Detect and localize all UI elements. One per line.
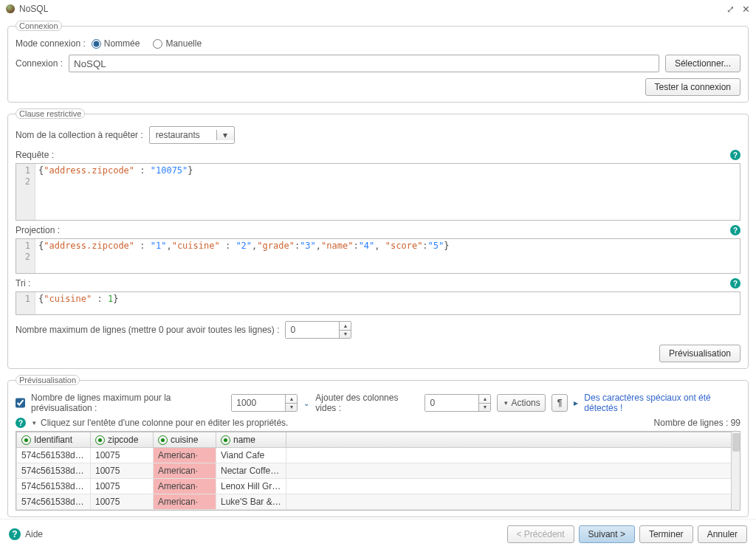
close-icon[interactable]: ✕ <box>742 4 750 14</box>
maximize-icon[interactable]: ⤢ <box>726 4 735 14</box>
connexion-input[interactable] <box>69 55 659 72</box>
app-icon <box>6 4 15 13</box>
preview-group: Prévisualisation Nombre de lignes maximu… <box>7 375 749 517</box>
mode-label: Mode connexion : <box>16 38 86 49</box>
column-header-empty[interactable] <box>286 432 740 448</box>
help-icon[interactable]: ? <box>730 150 740 160</box>
projection-label: Projection : <box>16 225 60 235</box>
radio-manual-input[interactable] <box>153 39 162 49</box>
special-chars-warning[interactable]: Des caractères spéciaux ont été détectés… <box>584 393 740 413</box>
empty-cols-label: Ajouter des colonnes vides : <box>315 393 419 413</box>
titlebar: NoSQL ⤢ ✕ <box>0 0 756 18</box>
column-header[interactable]: name <box>216 432 286 448</box>
wizard-footer: ? Aide < Précédent Suivant > Terminer An… <box>0 519 756 549</box>
previous-button: < Précédent <box>507 525 574 543</box>
spinner-down-icon[interactable]: ▼ <box>286 404 297 412</box>
clause-group: Clause restrictive Nom de la collection … <box>7 108 749 369</box>
empty-cols-spinner[interactable]: ▲▼ <box>425 394 491 412</box>
column-type-icon <box>95 435 105 445</box>
table-row[interactable]: 574c561538d34c... 10075 American· Luke'S… <box>17 494 740 510</box>
max-rows-label: Nombre maximum de lignes (mettre 0 pour … <box>16 325 279 335</box>
test-connection-button[interactable]: Tester la connexion <box>645 78 740 96</box>
column-type-icon <box>221 435 230 445</box>
window-title: NoSQL <box>19 4 48 14</box>
finish-button[interactable]: Terminer <box>639 525 693 543</box>
radio-manual[interactable]: Manuelle <box>153 38 202 49</box>
vertical-scrollbar[interactable] <box>731 432 740 510</box>
preview-button[interactable]: Prévisualisation <box>659 345 740 362</box>
table-row[interactable]: 574c561538d34c... 10075 American· Nectar… <box>17 463 740 479</box>
radio-named[interactable]: Nommée <box>92 38 140 49</box>
column-header[interactable]: zipcode <box>91 432 154 448</box>
connexion-legend: Connexion <box>16 21 62 31</box>
help-icon[interactable]: ? <box>730 278 740 289</box>
max-rows-input[interactable] <box>286 322 339 338</box>
clause-legend: Clause restrictive <box>16 108 85 119</box>
spinner-up-icon[interactable]: ▲ <box>286 395 297 404</box>
radio-named-input[interactable] <box>92 39 101 49</box>
connexion-label: Connexion : <box>16 58 63 69</box>
cancel-button[interactable]: Annuler <box>698 525 747 543</box>
max-preview-input[interactable] <box>232 395 285 411</box>
pilcrow-button[interactable]: ¶ <box>551 394 568 412</box>
help-link[interactable]: Aide <box>25 529 43 539</box>
sort-label: Tri : <box>16 278 30 289</box>
preview-legend: Prévisualisation <box>16 375 80 385</box>
next-button[interactable]: Suivant > <box>579 525 635 543</box>
expand-config-icon[interactable]: ⌄ <box>303 399 309 407</box>
empty-cols-input[interactable] <box>425 395 478 411</box>
column-hint: Cliquez sur l'entête d'une colonne pour … <box>41 418 288 428</box>
help-icon[interactable]: ? <box>730 225 740 235</box>
max-preview-checkbox[interactable] <box>16 398 25 408</box>
actions-dropdown[interactable]: ▾Actions <box>497 394 545 412</box>
table-row[interactable]: 574c561538d34c... 10075 American· Viand … <box>17 448 740 463</box>
help-icon[interactable]: ? <box>16 418 26 428</box>
row-count-label: Nombre de lignes : 99 <box>654 418 740 428</box>
column-type-icon <box>158 435 168 445</box>
chevron-down-icon[interactable]: ▾ <box>32 419 36 427</box>
query-label: Requête : <box>16 150 54 160</box>
connexion-group: Connexion Mode connexion : Nommée Manuel… <box>7 21 749 103</box>
spinner-up-icon[interactable]: ▲ <box>479 395 490 404</box>
sort-editor[interactable]: 1 {"cuisine" : 1} <box>16 291 740 315</box>
collection-label: Nom de la collection à requêter : <box>16 130 143 140</box>
max-preview-label: Nombre de lignes maximum pour la prévisu… <box>31 393 225 413</box>
select-connection-button[interactable]: Sélectionner... <box>665 55 740 72</box>
help-icon[interactable]: ? <box>9 528 21 540</box>
collection-select[interactable]: restaurants ▾ <box>149 126 235 144</box>
preview-table: Identifiant zipcode cuisine name 574c561… <box>16 431 740 511</box>
spinner-down-icon[interactable]: ▼ <box>479 404 490 412</box>
column-header[interactable]: cuisine <box>154 432 216 448</box>
query-editor[interactable]: 12 {"address.zipcode" : "10075"} <box>16 163 740 221</box>
max-preview-spinner[interactable]: ▲▼ <box>231 394 298 412</box>
max-rows-spinner[interactable]: ▲▼ <box>285 321 351 339</box>
spinner-up-icon[interactable]: ▲ <box>340 322 351 331</box>
spinner-down-icon[interactable]: ▼ <box>340 331 351 339</box>
column-type-icon <box>21 435 31 445</box>
projection-editor[interactable]: 12 {"address.zipcode" : "1","cuisine" : … <box>16 238 740 274</box>
table-row[interactable]: 574c561538d34c... 10075 American· Lenox … <box>17 479 740 494</box>
chevron-down-icon[interactable]: ▾ <box>216 130 234 140</box>
column-header[interactable]: Identifiant <box>17 432 91 448</box>
